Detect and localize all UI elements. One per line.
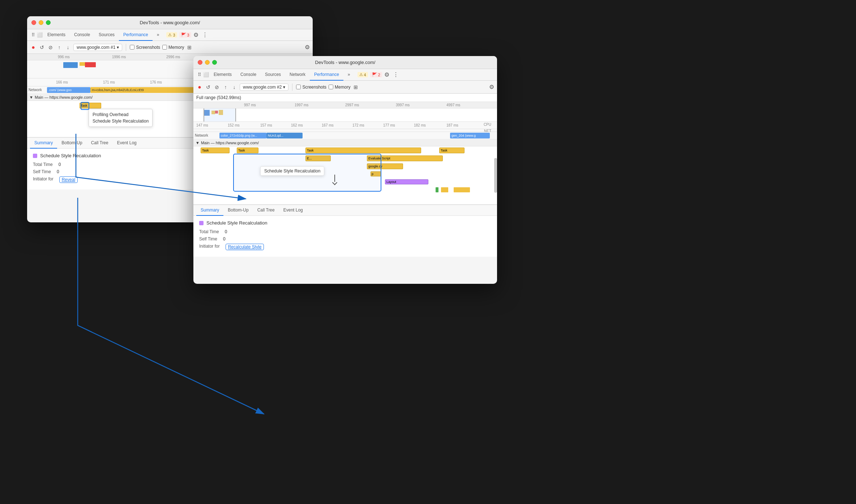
scroll-thumb-fg[interactable] xyxy=(494,158,497,193)
collapse-icon-bg[interactable]: ▼ xyxy=(29,95,33,99)
network-row-fg: Network color_272x92dp.png (w... NUn3,qd… xyxy=(193,132,497,139)
panel-tab-summary-fg[interactable]: Summary xyxy=(196,205,223,216)
download-icon-bg[interactable]: ↓ xyxy=(65,44,71,51)
ruler-166: 166 ms xyxy=(56,80,68,84)
task-1-fg[interactable]: Task xyxy=(201,148,230,153)
settings-icon-bg[interactable]: ⚙ xyxy=(193,31,198,38)
panel-tab-event-log-fg[interactable]: Event Log xyxy=(279,205,307,216)
minimize-button-bg[interactable] xyxy=(39,20,43,25)
task-3-fg[interactable]: Task xyxy=(305,148,421,153)
tab-console-bg[interactable]: Console xyxy=(70,29,94,41)
window-title-fg: DevTools - www.google.com/ xyxy=(315,60,376,65)
refresh-icon-fg[interactable]: ↺ xyxy=(205,84,211,90)
network-bar-right-bg: m=cdos,hsm,jsa,mb4ZUb,d,csi,cEt9 xyxy=(90,87,195,93)
tab-more-bg[interactable]: » xyxy=(153,29,164,41)
task-highlight-box-bg xyxy=(81,102,89,110)
inspect-icon-bg[interactable]: ⠿ xyxy=(30,32,37,38)
capture-icon-fg[interactable]: ⊞ xyxy=(352,84,359,90)
maximize-button-bg[interactable] xyxy=(46,20,51,25)
tab-console-fg[interactable]: Console xyxy=(236,69,261,81)
tab-elements-fg[interactable]: Elements xyxy=(209,69,236,81)
summary-content-fg: Schedule Style Recalculation Total Time … xyxy=(193,216,497,257)
separator-fg xyxy=(292,84,292,91)
layout-fg[interactable]: Layout xyxy=(385,179,428,184)
dr-187: 187 ms xyxy=(446,123,458,127)
net-bar-file-fg: color_272x92dp.png (w... xyxy=(219,133,266,138)
net-row-fg: NET xyxy=(193,129,497,132)
mm-1997: 1997 ms xyxy=(295,103,308,107)
perf-toolbar-fg: ● ↺ ⊘ ↑ ↓ www.google.com #2 ▾ Screenshot… xyxy=(193,81,497,94)
panel-tab-summary-bg[interactable]: Summary xyxy=(30,138,57,149)
dr-177: 177 ms xyxy=(383,123,395,127)
perf-settings-bg[interactable]: ⚙ xyxy=(305,44,310,50)
window-title-bg: DevTools - www.google.com/ xyxy=(140,20,200,25)
mm-selection[interactable] xyxy=(204,108,236,122)
more-button-bg[interactable]: ⋮ xyxy=(201,31,209,38)
memory-checkbox-bg[interactable]: Memory xyxy=(162,45,184,50)
device-icon-bg[interactable]: ⬜ xyxy=(37,32,43,38)
ruler-176: 176 ms xyxy=(150,80,162,84)
detail-ruler-fg: 147 ms 152 ms 157 ms 162 ms 167 ms 172 m… xyxy=(193,122,497,129)
refresh-icon-bg[interactable]: ↺ xyxy=(39,44,45,51)
reveal-link-bg[interactable]: Reveal xyxy=(59,176,78,183)
panel-tab-event-log-bg[interactable]: Event Log xyxy=(113,138,141,149)
screenshots-checkbox-bg[interactable]: Screenshots xyxy=(130,45,160,50)
ruler-171: 171 ms xyxy=(103,80,115,84)
clear-icon-bg[interactable]: ⊘ xyxy=(47,44,54,51)
green-block-fg xyxy=(436,187,438,192)
tab-sources-bg[interactable]: Sources xyxy=(94,29,119,41)
device-icon-fg[interactable]: ⬜ xyxy=(203,72,209,78)
record-icon-fg[interactable]: ● xyxy=(196,84,203,90)
initiator-row-fg: Initiator for Recalculate Style xyxy=(199,244,491,250)
task-bars-row-fg: Task Task Task Task xyxy=(193,148,491,154)
close-button-bg[interactable] xyxy=(31,20,36,25)
minimap-content-fg xyxy=(193,108,497,122)
minimap-fg: 997 ms 1997 ms 2997 ms 3997 ms 4997 ms xyxy=(193,102,497,122)
maximize-button-fg[interactable] xyxy=(212,60,217,65)
tab-network-fg[interactable]: Network xyxy=(285,69,310,81)
yellow-block2-fg xyxy=(454,187,470,192)
record-icon-bg[interactable]: ● xyxy=(30,44,37,51)
perf-toolbar-bg: ● ↺ ⊘ ↑ ↓ www.google.com #1 ▾ Screenshot… xyxy=(27,41,313,54)
ruler-mark-2996: 2996 ms xyxy=(166,55,180,59)
tab-elements-bg[interactable]: Elements xyxy=(43,29,70,41)
tooltip-item-1: Profiling Overhead xyxy=(93,111,149,118)
tab-more-fg[interactable]: » xyxy=(343,69,355,81)
full-range-label-fg: Full range (5342.99ms) xyxy=(193,94,497,102)
self-time-row-fg: Self Time 0 xyxy=(199,236,491,242)
inspect-icon-fg[interactable]: ⠿ xyxy=(196,72,203,78)
panel-tab-bottom-up-bg[interactable]: Bottom-Up xyxy=(57,138,86,149)
traffic-lights-bg xyxy=(31,20,51,25)
url-selector-bg[interactable]: www.google.com #1 ▾ xyxy=(73,44,122,51)
upload-icon-bg[interactable]: ↑ xyxy=(56,44,63,51)
minimize-button-fg[interactable] xyxy=(205,60,210,65)
network-label-bg: Network xyxy=(27,88,47,92)
dr-172: 172 ms xyxy=(352,123,364,127)
task-2-fg[interactable]: Task xyxy=(237,148,258,153)
perf-settings-fg[interactable]: ⚙ xyxy=(489,84,494,90)
upload-icon-fg[interactable]: ↑ xyxy=(222,84,229,90)
url-selector-fg[interactable]: www.google.com #2 ▾ xyxy=(240,84,288,91)
recalculate-style-link-fg[interactable]: Recalculate Style xyxy=(226,244,264,250)
mm-3997: 3997 ms xyxy=(396,103,410,107)
capture-icon-bg[interactable]: ⊞ xyxy=(186,44,193,51)
settings-icon-fg[interactable]: ⚙ xyxy=(384,71,389,78)
download-icon-fg[interactable]: ↓ xyxy=(231,84,237,90)
warning-badge-bg: ⚠ 3 xyxy=(166,32,177,38)
screenshots-checkbox-fg[interactable]: Screenshots xyxy=(296,85,326,90)
net-bar-file3-fg: gen_204 (www.g xyxy=(450,133,490,138)
panel-tab-call-tree-bg[interactable]: Call Tree xyxy=(87,138,113,149)
panel-tabs-fg: Summary Bottom-Up Call Tree Event Log xyxy=(193,205,497,216)
collapse-icon-fg[interactable]: ▼ xyxy=(196,141,200,145)
tab-performance-bg[interactable]: Performance xyxy=(119,29,153,41)
task-4-fg[interactable]: Task xyxy=(439,148,465,153)
memory-checkbox-fg[interactable]: Memory xyxy=(329,85,350,90)
tab-performance-fg[interactable]: Performance xyxy=(310,69,343,81)
panel-tab-call-tree-fg[interactable]: Call Tree xyxy=(253,205,279,216)
panel-tab-bottom-up-fg[interactable]: Bottom-Up xyxy=(223,205,253,216)
clear-icon-fg[interactable]: ⊘ xyxy=(214,84,220,90)
close-button-fg[interactable] xyxy=(198,60,202,65)
error-badge-fg: 🚩 2 xyxy=(370,72,382,77)
more-button-fg[interactable]: ⋮ xyxy=(391,71,400,78)
tab-sources-fg[interactable]: Sources xyxy=(261,69,285,81)
